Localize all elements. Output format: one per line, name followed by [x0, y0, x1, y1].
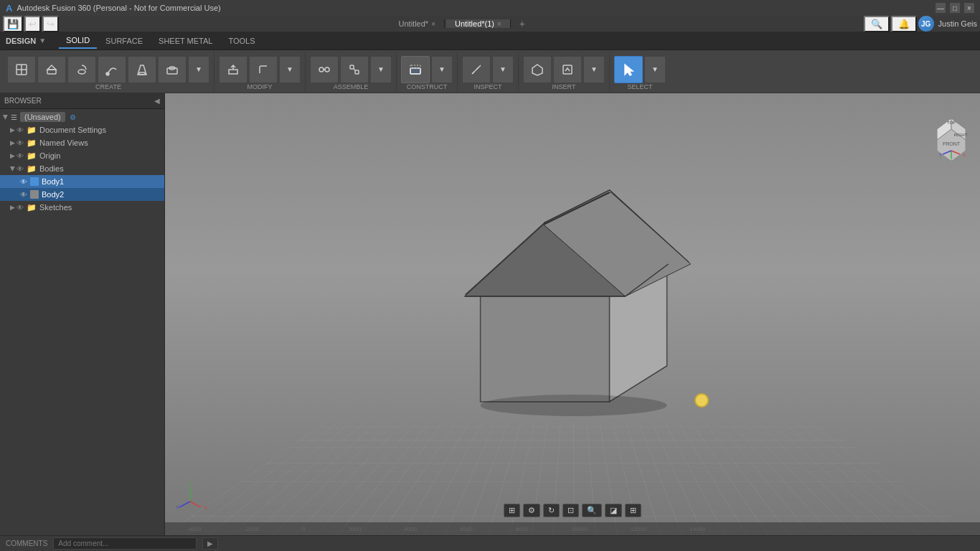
insert-icons: ▼	[523, 53, 605, 83]
more-assemble-button[interactable]: ▼	[370, 56, 392, 83]
tree-item-bodies[interactable]: ▶ 👁 📁 Bodies	[0, 162, 164, 175]
tree-item-document-settings[interactable]: ▶ 👁 📁 Document Settings	[0, 123, 164, 136]
add-tab-button[interactable]: +	[512, 18, 532, 29]
measure-button[interactable]	[462, 56, 491, 83]
maximize-button[interactable]: □	[950, 3, 960, 13]
search-button[interactable]: 🔍	[864, 16, 890, 32]
eye-icon-bodies: 👁	[17, 165, 24, 173]
notification-button[interactable]: 🔔	[891, 16, 917, 32]
tree-item-body1[interactable]: 👁 Body1	[0, 175, 164, 188]
orbit-button[interactable]: ↻	[543, 504, 560, 517]
design-selector[interactable]: DESIGN ▼	[6, 37, 46, 45]
more-inspect-button[interactable]: ▼	[492, 56, 514, 83]
insert-svg-button[interactable]	[553, 56, 582, 83]
fillet-button[interactable]	[249, 56, 278, 83]
more-construct-button[interactable]: ▼	[431, 56, 453, 83]
profile-area[interactable]: JG Justin Geis	[918, 16, 977, 32]
tab-tools[interactable]: TOOLS	[221, 34, 262, 48]
modify-label: MODIFY	[248, 83, 273, 92]
tab-untitled[interactable]: Untitled* ×	[390, 19, 445, 28]
app-title: Autodesk Fusion 360 (Personal - Not for …	[17, 4, 220, 12]
select-icons: ▼	[614, 53, 666, 83]
more-modify-button[interactable]: ▼	[279, 56, 301, 83]
insert-mesh-button[interactable]	[523, 56, 552, 83]
browser-collapse-button[interactable]: ◀	[154, 97, 160, 105]
extrude-button[interactable]	[37, 56, 66, 83]
offset-plane-button[interactable]	[401, 56, 430, 83]
eye-icon-body2: 👁	[20, 191, 27, 199]
modify-section: ▼ MODIFY	[215, 52, 306, 92]
viewcube[interactable]: FRONT RIGHT TOP Z X Y	[923, 104, 973, 154]
svg-text:X: X	[963, 153, 966, 157]
arrow-bodies: ▶	[9, 166, 17, 171]
tab-active[interactable]: Untitled*(1) ×	[446, 19, 511, 28]
body2-icon	[30, 190, 39, 199]
minimize-button[interactable]: —	[936, 3, 946, 13]
construct-section: ▼ CONSTRUCT	[397, 52, 458, 92]
folder-icon-origin: 📁	[27, 151, 37, 161]
viewport[interactable]: -4000 -2000 0 2000 4000 6000 8000 10000 …	[165, 93, 980, 535]
svg-rect-15	[350, 65, 354, 69]
zoom-button[interactable]: 🔍	[582, 504, 602, 517]
joint-button[interactable]	[310, 56, 339, 83]
comments-label: COMMENTS	[6, 540, 47, 547]
revolve-button[interactable]	[67, 56, 96, 83]
grid-settings-button[interactable]: ⊞	[625, 504, 641, 517]
tab-close-active[interactable]: ×	[497, 20, 501, 28]
hole-button[interactable]	[158, 56, 187, 83]
undo-button[interactable]: ↩	[24, 16, 41, 32]
folder-icon-doc: 📁	[27, 126, 37, 135]
svg-point-6	[106, 72, 109, 75]
body1-icon	[30, 177, 39, 186]
display-mode-button[interactable]: ⊞	[504, 504, 520, 517]
tab-sheet-metal[interactable]: SHEET METAL	[151, 34, 220, 48]
close-button[interactable]: ×	[964, 3, 974, 13]
loft-button[interactable]	[128, 56, 156, 83]
press-pull-button[interactable]	[219, 56, 248, 83]
new-component-button[interactable]	[7, 56, 36, 83]
select-button[interactable]	[614, 56, 643, 83]
svg-text:Z: Z	[950, 157, 953, 161]
more-insert-button[interactable]: ▼	[583, 56, 605, 83]
bodies-label: Bodies	[39, 164, 64, 173]
rigid-group-button[interactable]	[340, 56, 369, 83]
save-button[interactable]: 💾	[3, 16, 23, 32]
folder-icon-bodies: 📁	[27, 164, 37, 174]
svg-rect-9	[167, 68, 177, 74]
svg-text:FRONT: FRONT	[943, 141, 961, 146]
svg-text:RIGHT: RIGHT	[954, 133, 968, 137]
create-label: CREATE	[95, 83, 121, 92]
tab-solid[interactable]: SOLID	[59, 33, 97, 49]
settings-icon: ⚙	[70, 113, 76, 121]
svg-rect-16	[355, 70, 359, 74]
redo-button[interactable]: ↪	[42, 16, 59, 32]
sweep-button[interactable]	[98, 56, 126, 83]
svg-marker-4	[47, 65, 56, 70]
ruler-horizontal: -4000 -2000 0 2000 4000 6000 8000 10000 …	[165, 522, 980, 535]
named-views-label: Named Views	[39, 138, 88, 147]
fit-view-button[interactable]: ⊡	[562, 504, 579, 517]
inspect-label: INSPECT	[473, 83, 501, 92]
tree-item-sketches[interactable]: ▶ 👁 📁 Sketches	[0, 201, 164, 214]
svg-line-48	[190, 501, 201, 507]
construct-label: CONSTRUCT	[407, 83, 448, 92]
tab-surface[interactable]: SURFACE	[98, 34, 150, 48]
assemble-section: ▼ ASSEMBLE	[306, 52, 397, 92]
tree-item-body2[interactable]: 👁 Body2	[0, 188, 164, 201]
tree-item-origin[interactable]: ▶ 👁 📁 Origin	[0, 149, 164, 162]
body1-label: Body1	[42, 177, 64, 186]
more-select-button[interactable]: ▼	[644, 56, 666, 83]
inspect-icons: ▼	[462, 53, 514, 83]
view-settings-button[interactable]: ⚙	[523, 504, 540, 517]
svg-text:TOP: TOP	[947, 121, 956, 125]
comment-input[interactable]	[53, 537, 197, 550]
more-create-button[interactable]: ▼	[188, 56, 209, 83]
render-mode-button[interactable]: ◪	[605, 504, 622, 517]
create-icons: ▼	[7, 53, 209, 83]
workspace-tabbar: DESIGN ▼ SOLID SURFACE SHEET METAL TOOLS	[0, 32, 980, 50]
tree-item-named-views[interactable]: ▶ 👁 📁 Named Views	[0, 136, 164, 149]
tree-item-root[interactable]: ▶ ☰ (Unsaved) ⚙	[0, 110, 164, 123]
comment-expand-button[interactable]: ▶	[202, 537, 218, 550]
construct-icons: ▼	[401, 53, 453, 83]
tab-close-inactive[interactable]: ×	[431, 20, 435, 28]
